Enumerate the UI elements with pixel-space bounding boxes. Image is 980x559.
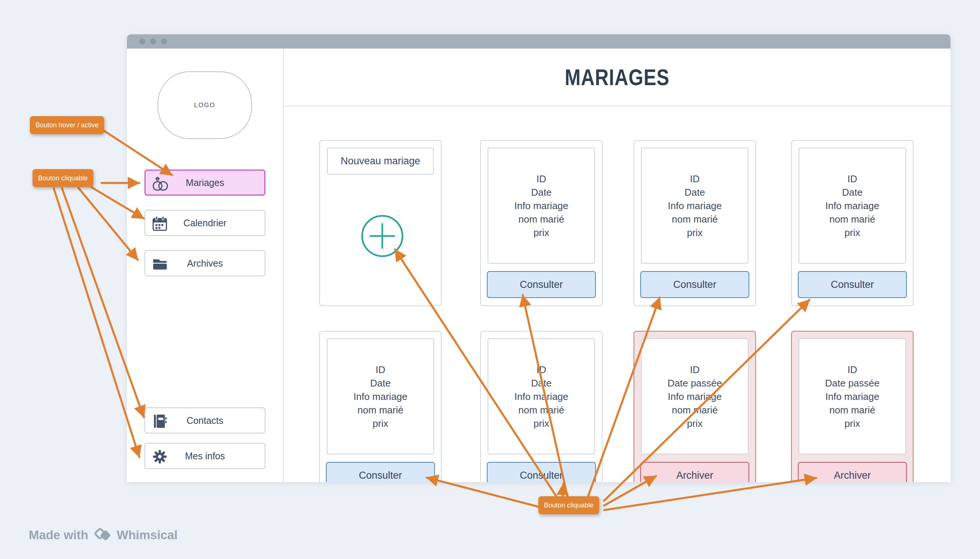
- mariage-card: ID Date Info mariage nom marié prix Cons…: [319, 331, 442, 482]
- card-line: prix: [825, 226, 879, 239]
- card-line: prix: [514, 417, 568, 430]
- card-line: Date: [514, 376, 568, 390]
- mariage-card-info: ID Date Info mariage nom marié prix: [488, 147, 595, 264]
- card-line: prix: [668, 226, 722, 239]
- page-header: MARIAGES: [284, 48, 950, 106]
- card-line: Info mariage: [825, 199, 879, 212]
- arrow-to-mes-infos: [54, 188, 139, 457]
- card-line: Info mariage: [514, 199, 568, 212]
- new-mariage-card-title: Nouveau mariage: [327, 147, 434, 175]
- made-with-whimsical[interactable]: Made with Whimsical: [29, 526, 178, 544]
- card-line: ID: [668, 172, 722, 185]
- card-line: ID: [514, 172, 568, 185]
- mariage-card-info: ID Date Info mariage nom marié prix: [327, 338, 434, 455]
- mariage-card-info: ID Date Info mariage nom marié prix: [488, 338, 595, 455]
- window-dot-icon: [161, 38, 167, 45]
- card-line: ID: [668, 363, 722, 376]
- card-line: Date: [825, 185, 879, 199]
- annotation-clickable-label-bottom: Bouton cliquable: [538, 496, 599, 514]
- logo-placeholder: LOGO: [157, 71, 252, 139]
- whimsical-brand-text: Whimsical: [117, 528, 178, 542]
- sidebar: LOGO Mariages: [127, 48, 284, 482]
- consulter-button[interactable]: Consulter: [640, 271, 749, 298]
- page-title: MARIAGES: [565, 64, 670, 90]
- sidebar-item-mes-infos[interactable]: Mes infos: [144, 443, 265, 469]
- arrow-to-archiver-r2c4: [604, 478, 816, 510]
- add-mariage-button[interactable]: [360, 213, 405, 258]
- sidebar-item-label: Mes infos: [145, 443, 265, 468]
- sidebar-item-label: Calendrier: [145, 211, 265, 235]
- mariage-card-info: ID Date passée Info mariage nom marié pr…: [798, 338, 906, 455]
- card-line: Info mariage: [825, 390, 879, 403]
- main-content: MARIAGES Nouveau mariage ID Date Info ma…: [284, 48, 950, 482]
- annotation-clickable-label-left: Bouton cliquable: [33, 169, 93, 187]
- card-line: ID: [825, 172, 879, 185]
- sidebar-item-label: Archives: [145, 251, 265, 276]
- mariage-card: ID Date Info mariage nom marié prix Cons…: [480, 331, 603, 482]
- card-line: Info mariage: [668, 390, 722, 403]
- mariage-card-info: ID Date Info mariage nom marié prix: [641, 147, 749, 264]
- consulter-button[interactable]: Consulter: [487, 271, 596, 298]
- card-line: Info mariage: [668, 199, 722, 212]
- card-line: nom marié: [514, 403, 568, 417]
- mariage-card: ID Date Info mariage nom marié prix Cons…: [633, 140, 756, 306]
- annotation-hover-active-label: Bouton hover / active: [30, 116, 104, 134]
- sidebar-item-calendrier[interactable]: Calendrier: [144, 210, 265, 236]
- card-line: Date: [514, 185, 568, 199]
- consulter-button[interactable]: Consulter: [798, 271, 907, 298]
- card-line: prix: [354, 417, 408, 430]
- window-dot-icon: [139, 38, 145, 45]
- consulter-button[interactable]: Consulter: [326, 462, 435, 482]
- card-line: nom marié: [668, 403, 722, 417]
- sidebar-item-contacts[interactable]: Contacts: [144, 407, 265, 433]
- card-line: nom marié: [514, 212, 568, 226]
- sidebar-item-mariages[interactable]: Mariages: [144, 170, 265, 196]
- whimsical-logo-icon: [93, 526, 112, 544]
- card-line: Date passée: [668, 376, 722, 390]
- made-with-text: Made with: [29, 528, 88, 542]
- card-line: Info mariage: [514, 390, 568, 403]
- archiver-button[interactable]: Archiver: [640, 462, 749, 482]
- card-line: Date: [354, 376, 408, 390]
- card-line: nom marié: [825, 403, 879, 417]
- card-line: Date: [668, 185, 722, 199]
- card-line: Info mariage: [354, 390, 408, 403]
- card-line: ID: [514, 363, 568, 376]
- archiver-button[interactable]: Archiver: [798, 462, 907, 482]
- card-line: prix: [825, 417, 879, 430]
- sidebar-item-label: Contacts: [145, 408, 265, 433]
- card-line: prix: [514, 226, 568, 239]
- card-line: Date passée: [825, 376, 879, 390]
- mariage-card-info: ID Date passée Info mariage nom marié pr…: [641, 338, 749, 455]
- sidebar-item-label: Mariages: [145, 170, 264, 195]
- new-mariage-card: Nouveau mariage: [319, 140, 442, 306]
- window-dot-icon: [150, 38, 156, 45]
- mariage-card-info: ID Date Info mariage nom marié prix: [798, 147, 906, 264]
- mariage-card: ID Date Info mariage nom marié prix Cons…: [480, 140, 603, 306]
- mariage-card: ID Date Info mariage nom marié prix Cons…: [791, 140, 914, 306]
- card-line: ID: [354, 363, 408, 376]
- mariage-card-passed: ID Date passée Info mariage nom marié pr…: [791, 331, 914, 482]
- mariage-card-passed: ID Date passée Info mariage nom marié pr…: [633, 331, 756, 482]
- window-titlebar: [127, 34, 950, 48]
- arrow-to-consulter-r2c2: [563, 484, 564, 497]
- consulter-button[interactable]: Consulter: [487, 462, 596, 482]
- card-line: prix: [668, 417, 722, 430]
- card-line: nom marié: [354, 403, 408, 417]
- whimsical-wireframe-canvas: { "sidebar": { "logo_text": "LOGO", "ite…: [0, 0, 980, 559]
- browser-window: LOGO Mariages: [127, 34, 950, 482]
- sidebar-item-archives[interactable]: Archives: [144, 250, 265, 276]
- card-line: ID: [825, 363, 879, 376]
- card-line: nom marié: [668, 212, 722, 226]
- card-line: nom marié: [825, 212, 879, 226]
